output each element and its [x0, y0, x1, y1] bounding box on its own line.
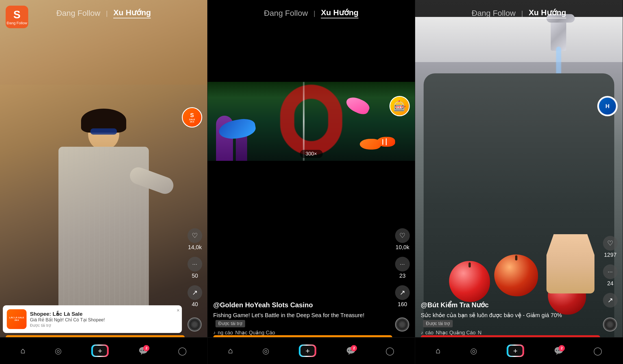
nav-follow-2[interactable]: Đang Follow — [264, 9, 308, 18]
ad-badge-text: LÁC LÀ SALE28.6 — [9, 317, 24, 322]
nav-messages-2[interactable]: 💬 2 — [346, 346, 356, 356]
like-button-2[interactable]: ♡ — [395, 228, 410, 243]
casino-avatar-icon: 🎰 — [393, 100, 406, 112]
tiktok-icon-3: ♪ — [421, 330, 423, 335]
sponsored-badge-3: Được tài trợ — [423, 320, 453, 327]
nav-home-3[interactable]: ⌂ — [436, 346, 441, 355]
nav-messages-1[interactable]: 💬 2 — [138, 346, 148, 356]
nav-trend-3[interactable]: Xu Hướng — [529, 8, 566, 18]
share-group-3: ↗ — [603, 293, 618, 308]
panel-2: 300× 🎰 Đang Follow | Xu Hướng ♡ 10,0k ··… — [208, 0, 415, 364]
share-button-3[interactable]: ↗ — [603, 293, 618, 308]
discover-icon-2: ◎ — [262, 346, 269, 356]
shopee-text-label: Đang Follow — [7, 21, 27, 25]
nav-trend-2[interactable]: Xu Hướng — [321, 8, 358, 18]
music-record-1 — [188, 317, 202, 332]
fish-counter: 300× — [300, 150, 323, 158]
action-icons-2: ♡ 10,0k ··· 23 ↗ 160 — [395, 228, 410, 308]
music-row-2: ♪ ng cáo Nhạc Quảng Cáo — [213, 330, 387, 336]
fish-bg: 300× — [208, 82, 415, 161]
health-avatar[interactable]: H — [597, 96, 618, 116]
comment-count-1: 50 — [192, 273, 198, 279]
comment-button-1[interactable]: ··· — [188, 257, 202, 271]
home-icon-1: ⌂ — [21, 346, 25, 355]
like-count-2: 10,0k — [396, 244, 409, 251]
comment-dots-1: ··· — [192, 261, 197, 267]
apple-stem-1 — [469, 262, 471, 267]
nav-profile-1[interactable]: ◯ — [178, 346, 187, 356]
comment-count-3: 24 — [607, 280, 613, 287]
bottom-nav-1: ⌂ ◎ + 💬 2 ◯ — [0, 337, 207, 364]
nav-plus-button-1[interactable]: + — [91, 345, 109, 357]
music-label-2: Nhạc Quảng Cáo — [235, 330, 275, 336]
panel-1: S Đang Follow Đang Follow | Xu Hướng S S… — [0, 0, 208, 364]
ad-sponsored-1: Được tài trợ — [30, 323, 178, 328]
casino-avatar[interactable]: 🎰 — [389, 96, 410, 116]
fish-stripe-2 — [386, 138, 387, 145]
apple-1 — [449, 261, 490, 302]
like-button-1[interactable]: ♡ — [188, 228, 202, 243]
desc-text-3: Sức khỏe của bạn sẽ luôn được bảo vệ - G… — [421, 312, 562, 318]
ad-close-button-1[interactable]: × — [177, 308, 180, 313]
panel-3: H Đang Follow | Xu Hướng ♡ 1297 ··· 24 ↗… — [415, 0, 623, 364]
nav-home-1[interactable]: ⌂ — [21, 346, 25, 355]
ad-card-1: LÁC LÀ SALE28.6 Shopee: Lắc Là Sale Giá … — [3, 305, 182, 333]
top-nav-1: Đang Follow | Xu Hướng — [0, 0, 207, 21]
nav-home-2[interactable]: ⌂ — [228, 346, 233, 355]
nav-divider-1: | — [106, 9, 108, 17]
sponsored-badge-2: Được tài trợ — [215, 320, 245, 327]
nav-discover-1[interactable]: ◎ — [55, 346, 62, 356]
ad-subtitle-1: Giá Rẻ Bất Ngờ! Chỉ Có Tại Shopee! — [30, 317, 178, 323]
nav-discover-2[interactable]: ◎ — [262, 346, 269, 356]
apple-stem-2 — [515, 255, 517, 260]
bottom-nav-3: ⌂ ◎ + 💬 2 ◯ — [415, 337, 623, 364]
sink-rim — [415, 17, 623, 62]
nav-follow-1[interactable]: Đang Follow — [56, 9, 101, 18]
nav-profile-3[interactable]: ◯ — [593, 346, 602, 356]
messages-badge-2: 2 — [351, 345, 357, 351]
top-nav-2: Đang Follow | Xu Hướng — [208, 0, 415, 21]
nav-plus-button-3[interactable]: + — [507, 345, 524, 357]
comment-dots-3: ··· — [608, 269, 613, 275]
shopee-avatar-circle: S SALE28.6 — [182, 107, 202, 128]
nav-follow-3[interactable]: Đang Follow — [472, 9, 516, 18]
like-button-3[interactable]: ♡ — [603, 236, 618, 251]
shopee-logo: S Đang Follow — [6, 6, 28, 28]
ad-label-3: cáo — [425, 330, 434, 336]
nav-trend-1[interactable]: Xu Hướng — [113, 8, 151, 18]
nav-discover-3[interactable]: ◎ — [470, 346, 477, 356]
red-arch — [280, 85, 342, 155]
nav-profile-2[interactable]: ◯ — [385, 346, 394, 356]
ad-text-1: Shopee: Lắc Là Sale Giá Rẻ Bất Ngờ! Chỉ … — [30, 311, 178, 328]
share-button-2[interactable]: ↗ — [395, 285, 410, 300]
username-3: @Bút Kiểm Tra Nước — [421, 301, 594, 309]
apple-2 — [494, 255, 538, 296]
music-extra-3: N — [478, 330, 482, 336]
fish-game-video: 300× — [208, 82, 415, 161]
share-button-1[interactable]: ↗ — [188, 285, 202, 300]
ad-title-1: Shopee: Lắc Là Sale — [30, 311, 178, 317]
discover-icon-3: ◎ — [470, 346, 477, 356]
share-group-1: ↗ 40 — [188, 285, 202, 308]
like-count-3: 1297 — [604, 252, 617, 258]
music-record-2 — [395, 317, 409, 332]
action-icons-3: ♡ 1297 ··· 24 ↗ — [603, 236, 618, 308]
shopee-avatar[interactable]: S SALE28.6 — [182, 107, 202, 128]
action-icons-1: ♡ 14,0k ··· 50 ↗ 40 — [188, 228, 202, 308]
share-count-1: 40 — [192, 301, 198, 308]
hand — [546, 234, 594, 293]
comment-dots-2: ··· — [400, 261, 405, 267]
health-avatar-inner: H — [599, 98, 616, 115]
music-label-3: Nhạc Quảng Cáo — [436, 330, 476, 336]
desc-text-2: Fishing Game! Let's Battle in the Deep S… — [213, 312, 364, 318]
discover-icon-1: ◎ — [55, 346, 62, 356]
like-group-2: ♡ 10,0k — [395, 228, 410, 251]
nav-messages-3[interactable]: 💬 2 — [554, 346, 564, 356]
comment-button-3[interactable]: ··· — [603, 264, 618, 279]
nav-plus-button-2[interactable]: + — [299, 345, 316, 357]
plus-inner-2: + — [300, 346, 315, 356]
comment-button-2[interactable]: ··· — [395, 257, 410, 271]
music-row-3: ♪ cáo Nhạc Quảng Cáo N — [421, 330, 594, 336]
nav-divider-3: | — [521, 9, 523, 17]
tiktok-icon-2: ♪ — [213, 330, 215, 335]
